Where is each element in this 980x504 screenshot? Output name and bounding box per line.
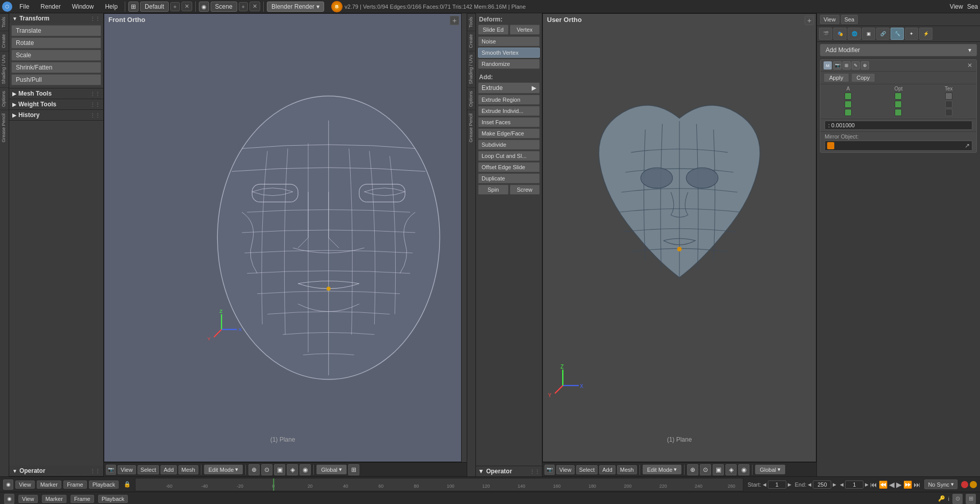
operator-header[interactable]: ▼ Operator ⋮⋮ — [9, 466, 103, 476]
mid-vtab-tools[interactable]: Tools — [467, 13, 475, 31]
prop-constraints-icon[interactable]: 🔗 — [876, 28, 890, 40]
vt-right-icon3[interactable]: ▣ — [713, 464, 724, 475]
status-playback[interactable]: Playback — [98, 495, 128, 503]
screw-btn[interactable]: Screw — [510, 185, 540, 195]
record-btn[interactable] — [961, 481, 968, 488]
vt-right-editmode[interactable]: Edit Mode ▾ — [643, 465, 682, 474]
vt-right-view[interactable]: View — [556, 465, 575, 474]
timeline-icon[interactable]: ◉ — [3, 479, 13, 490]
add-modifier-btn[interactable]: Add Modifier ▾ — [820, 44, 977, 56]
right-sea-btn[interactable]: Sea — [841, 15, 858, 24]
vt-left-mesh[interactable]: Mesh — [178, 465, 198, 474]
vt-left-icon6[interactable]: ⊞ — [348, 464, 359, 475]
history-header[interactable]: ▶ History ⋮⋮ — [9, 110, 103, 120]
smooth-vertex-btn[interactable]: Smooth Vertex — [478, 48, 540, 58]
marker-btn[interactable]: Marker — [37, 480, 61, 489]
status-icon[interactable]: ◉ — [4, 494, 14, 504]
vt-left-cam-icon[interactable]: 📷 — [106, 465, 116, 475]
noise-btn[interactable]: Noise — [478, 36, 540, 47]
randomize-btn[interactable]: Randomize — [478, 59, 540, 69]
tools-operator-header[interactable]: ▼ Operator ⋮⋮ — [476, 466, 542, 476]
current-frame[interactable]: 1 — [845, 480, 863, 489]
check-tex-3[interactable] — [945, 109, 952, 116]
scale-btn[interactable]: Scale — [11, 50, 101, 61]
left-viewport[interactable]: Front Ortho + — [104, 13, 462, 462]
playback-jump-end[interactable]: ⏭ — [914, 480, 921, 489]
vt-left-icon2[interactable]: ⊙ — [261, 464, 272, 475]
vertex-btn[interactable]: Vertex — [510, 25, 540, 35]
vt-right-icon2[interactable]: ⊙ — [700, 464, 711, 475]
apply-btn[interactable]: Apply — [824, 73, 849, 82]
mod-close-icon[interactable]: ✕ — [966, 62, 973, 69]
vt-left-icon4[interactable]: ◈ — [287, 464, 298, 475]
no-sync-dropdown[interactable]: No Sync ▾ — [924, 479, 958, 489]
check-a-2[interactable] — [845, 101, 852, 108]
duplicate-btn[interactable]: Duplicate — [478, 173, 540, 184]
rotate-btn[interactable]: Rotate — [11, 37, 101, 49]
vtab-shading[interactable]: Shading / UVs — [0, 51, 9, 87]
playback-next-frame[interactable]: ⏩ — [903, 480, 912, 489]
make-edge-face-btn[interactable]: Make Edge/Face — [478, 128, 540, 139]
vt-right-global[interactable]: Global ▾ — [755, 465, 785, 474]
check-tex-2[interactable] — [945, 101, 952, 108]
vt-right-cam-icon[interactable]: 📷 — [544, 465, 555, 475]
top-right-sea[interactable]: Sea — [967, 3, 978, 10]
inset-faces-btn[interactable]: Inset Faces — [478, 117, 540, 127]
top-right-view[interactable]: View — [950, 3, 963, 10]
loop-cut-btn[interactable]: Loop Cut and Sl... — [478, 151, 540, 161]
extrude-dropdown[interactable]: Extrude ▶ — [478, 82, 540, 94]
status-marker[interactable]: Marker — [42, 495, 66, 503]
vt-left-icon3[interactable]: ▣ — [274, 464, 285, 475]
copy-btn[interactable]: Copy — [851, 73, 876, 82]
mod-icon-btn-1[interactable]: 📷 — [833, 61, 841, 70]
slide-ed-btn[interactable]: Slide Ed — [478, 25, 509, 35]
pipette-icon[interactable]: ↗ — [965, 142, 970, 149]
end-prev[interactable]: ◀ — [808, 482, 811, 487]
render-engine-btn[interactable]: Blender Render ▾ — [267, 2, 324, 12]
translate-btn[interactable]: Translate — [11, 25, 101, 36]
vt-left-add[interactable]: Add — [161, 465, 177, 474]
playback-play[interactable]: ▶ — [896, 480, 902, 489]
vtab-create[interactable]: Create — [0, 31, 9, 51]
vt-left-select[interactable]: Select — [138, 465, 159, 474]
start-value[interactable]: 1 — [768, 480, 786, 489]
subdivide-btn[interactable]: Subdivide — [478, 140, 540, 150]
scene-name[interactable]: Scene — [211, 2, 237, 12]
playback-jump-start[interactable]: ⏮ — [870, 480, 877, 489]
end-value[interactable]: 250 — [813, 480, 831, 489]
mesh-tools-header[interactable]: ▶ Mesh Tools ⋮⋮ — [9, 88, 103, 99]
status-extra-1[interactable]: ⊙ — [952, 494, 963, 504]
end-next[interactable]: ▶ — [833, 482, 836, 487]
playback-prev-frame[interactable]: ⏪ — [879, 480, 887, 489]
spin-btn[interactable]: Spin — [478, 185, 509, 195]
prop-render-icon[interactable]: 🎬 — [819, 28, 832, 40]
check-opt-2[interactable] — [895, 101, 902, 108]
modifier-value-field[interactable]: : 0.001000 — [825, 121, 972, 130]
vt-right-icon4[interactable]: ◈ — [725, 464, 737, 475]
prop-scene-icon[interactable]: 🎭 — [833, 28, 847, 40]
lock-icon[interactable]: 🔒 — [124, 481, 131, 488]
check-a-3[interactable] — [845, 109, 852, 116]
weight-tools-header[interactable]: ▶ Weight Tools ⋮⋮ — [9, 99, 103, 109]
workspace-x[interactable]: ✕ — [181, 2, 192, 11]
curr-next[interactable]: ▶ — [865, 482, 869, 487]
menu-render[interactable]: Render — [36, 2, 64, 11]
check-opt-3[interactable] — [895, 109, 902, 116]
check-opt-1[interactable] — [895, 93, 902, 100]
vt-right-mesh[interactable]: Mesh — [617, 465, 637, 474]
prop-object-icon[interactable]: ▣ — [862, 28, 875, 40]
scene-x[interactable]: ✕ — [249, 2, 260, 11]
transform-header[interactable]: ▼ Transform ⋮⋮ — [9, 13, 103, 24]
mid-vtab-create[interactable]: Create — [467, 31, 475, 51]
workspace-plus[interactable]: + — [170, 2, 179, 11]
extrude-indiv-btn[interactable]: Extrude Individ... — [478, 106, 540, 116]
vt-left-global[interactable]: Global ▾ — [316, 465, 347, 474]
status-frame[interactable]: Frame — [71, 495, 94, 503]
vt-left-icon1[interactable]: ⊕ — [248, 464, 260, 475]
workspace-icon-btn[interactable]: ⊞ — [128, 2, 139, 12]
vt-right-icon1[interactable]: ⊕ — [687, 464, 698, 475]
playback-btn[interactable]: Playback — [89, 480, 119, 489]
timeline-track[interactable]: -60 -40 -20 0 20 40 60 80 100 120 140 16… — [135, 478, 743, 491]
vt-right-icon5[interactable]: ◉ — [738, 464, 749, 475]
menu-help[interactable]: Help — [101, 2, 122, 11]
